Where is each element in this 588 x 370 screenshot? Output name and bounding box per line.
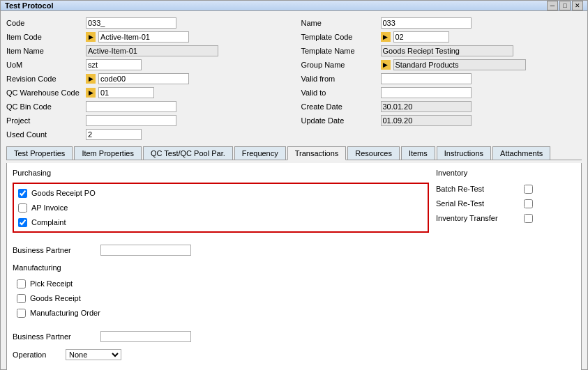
serial-retest-label: Serial Re-Test <box>436 199 520 208</box>
template-code-label: Template Code <box>301 33 378 41</box>
revision-code-label: Revision Code <box>6 75 83 83</box>
tab-item-properties[interactable]: Item Properties <box>74 146 142 160</box>
uom-row: UoM <box>6 59 287 71</box>
template-name-row: Template Name <box>301 45 582 57</box>
revision-code-arrow: ▶ <box>86 74 96 84</box>
group-name-arrow: ▶ <box>381 60 391 70</box>
update-date-input[interactable] <box>381 115 472 126</box>
manufacturing-section: Manufacturing Pick Receipt Goods Receipt <box>13 263 429 322</box>
pick-receipt-label: Pick Receipt <box>30 279 73 288</box>
goods-receipt-label: Goods Receipt <box>30 294 81 302</box>
tab-instructions[interactable]: Instructions <box>437 146 491 160</box>
ap-invoice-row: AP Invoice <box>18 201 423 214</box>
template-name-input[interactable] <box>381 45 513 56</box>
project-input[interactable] <box>86 115 176 126</box>
tabs-bar: Test Properties Item Properties QC Test/… <box>6 146 582 160</box>
tab-attachments[interactable]: Attachments <box>492 146 550 160</box>
used-count-input[interactable] <box>86 129 142 140</box>
business-partner-input-1[interactable] <box>100 245 191 256</box>
purchasing-header: Purchasing <box>13 169 429 177</box>
item-code-label: Item Code <box>6 33 83 41</box>
template-code-arrow: ▶ <box>381 32 391 42</box>
content-area: Code Item Code ▶ Item Name UoM Rev <box>1 11 587 370</box>
uom-input[interactable] <box>86 59 142 70</box>
batch-retest-label: Batch Re-Test <box>436 185 520 193</box>
qc-warehouse-row: QC Warehouse Code ▶ <box>6 86 287 99</box>
business-partner-row-1: Business Partner <box>13 244 429 256</box>
tab-frequency[interactable]: Frequency <box>234 146 286 160</box>
tab-resources[interactable]: Resources <box>347 146 400 160</box>
create-date-input[interactable] <box>381 101 472 112</box>
minimize-button[interactable]: ─ <box>547 1 558 10</box>
complaint-label: Complaint <box>31 218 66 226</box>
tab-items[interactable]: Items <box>401 146 435 160</box>
code-label: Code <box>6 19 83 27</box>
tab-test-properties[interactable]: Test Properties <box>6 146 73 160</box>
group-name-input[interactable] <box>393 59 526 70</box>
tab-panel-right: Inventory Batch Re-Test Serial Re-Test I… <box>436 169 575 370</box>
manufacturing-order-checkbox[interactable] <box>17 309 26 318</box>
update-date-label: Update Date <box>301 116 378 125</box>
qc-bin-label: QC Bin Code <box>6 102 83 111</box>
valid-to-input[interactable] <box>381 87 472 98</box>
create-date-row: Create Date <box>301 100 582 113</box>
serial-retest-checkbox[interactable] <box>524 199 533 208</box>
tab-content-transactions: Purchasing Goods Receipt PO AP Invoice C… <box>6 163 582 370</box>
create-date-label: Create Date <box>301 102 378 111</box>
item-code-arrow: ▶ <box>86 32 96 42</box>
inventory-transfer-row: Inventory Transfer <box>436 212 575 224</box>
form-left: Code Item Code ▶ Item Name UoM Rev <box>6 17 287 141</box>
goods-receipt-row: Goods Receipt <box>17 292 425 305</box>
tab-transactions[interactable]: Transactions <box>287 146 347 160</box>
name-input[interactable] <box>381 17 472 29</box>
name-row: Name <box>301 17 582 29</box>
valid-from-row: Valid from <box>301 72 582 85</box>
project-label: Project <box>6 116 83 125</box>
qc-warehouse-input[interactable] <box>98 87 154 98</box>
purchasing-checkbox-group: Goods Receipt PO AP Invoice Complaint <box>13 183 429 233</box>
used-count-label: Used Count <box>6 130 83 139</box>
business-partner-label-2: Business Partner <box>13 332 96 341</box>
goods-receipt-po-row: Goods Receipt PO <box>18 187 423 199</box>
template-code-row: Template Code ▶ <box>301 31 582 43</box>
operation-select[interactable]: None <box>66 349 121 360</box>
valid-from-label: Valid from <box>301 75 378 83</box>
business-partner-label-1: Business Partner <box>13 246 96 254</box>
title-bar: Test Protocol ─ □ ✕ <box>1 1 587 11</box>
revision-code-input[interactable] <box>98 73 189 84</box>
inventory-header: Inventory <box>436 169 575 177</box>
item-name-label: Item Name <box>6 47 83 55</box>
manufacturing-header: Manufacturing <box>13 263 429 272</box>
template-code-input[interactable] <box>393 31 449 43</box>
valid-from-input[interactable] <box>381 73 472 84</box>
business-partner-row-2: Business Partner <box>13 330 429 343</box>
ap-invoice-checkbox[interactable] <box>18 203 27 213</box>
window-controls: ─ □ ✕ <box>547 1 583 10</box>
inventory-checkbox-group: Batch Re-Test Serial Re-Test Inventory T… <box>436 183 575 224</box>
operation-label: Operation <box>13 350 61 359</box>
goods-receipt-checkbox[interactable] <box>17 294 26 303</box>
qc-warehouse-label: QC Warehouse Code <box>6 88 83 97</box>
qc-bin-input[interactable] <box>86 101 176 112</box>
ap-invoice-label: AP Invoice <box>31 203 68 212</box>
manufacturing-order-label: Manufacturing Order <box>30 309 100 317</box>
code-input[interactable] <box>86 17 176 29</box>
tab-qc-test[interactable]: QC Test/QC Pool Par. <box>143 146 233 160</box>
pick-receipt-checkbox[interactable] <box>17 279 26 288</box>
inventory-transfer-checkbox[interactable] <box>524 214 533 223</box>
maximize-button[interactable]: □ <box>559 1 571 10</box>
item-code-input[interactable] <box>98 31 189 43</box>
project-row: Project <box>6 114 287 127</box>
complaint-checkbox[interactable] <box>18 218 27 227</box>
group-name-label: Group Name <box>301 61 378 69</box>
business-partner-input-2[interactable] <box>100 331 191 342</box>
batch-retest-checkbox[interactable] <box>524 185 533 194</box>
valid-to-label: Valid to <box>301 88 378 97</box>
group-name-row: Group Name ▶ <box>301 59 582 71</box>
pick-receipt-row: Pick Receipt <box>17 277 425 290</box>
complaint-row: Complaint <box>18 216 423 229</box>
goods-receipt-po-checkbox[interactable] <box>18 189 27 198</box>
item-name-input[interactable] <box>86 45 218 56</box>
goods-receipt-po-label: Goods Receipt PO <box>31 189 96 197</box>
close-button[interactable]: ✕ <box>572 1 583 10</box>
